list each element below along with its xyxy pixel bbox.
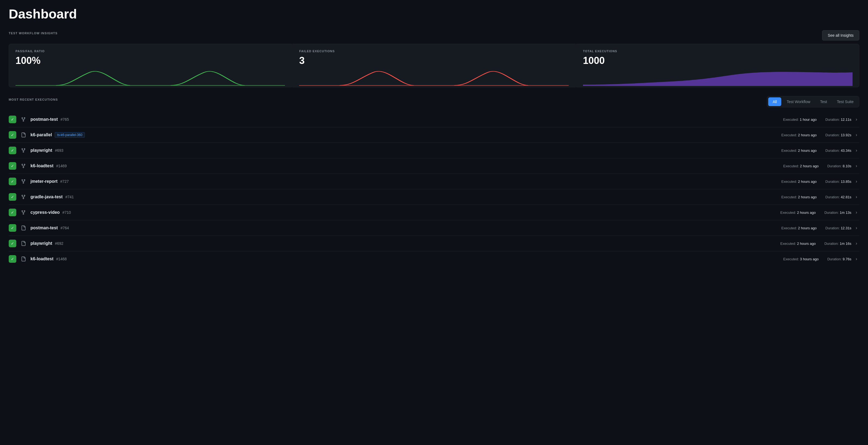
execution-number: #710 <box>63 210 71 215</box>
type-icon-workflow <box>20 209 27 216</box>
execution-row[interactable]: ✓ k6-loadtest#1469Executed: 2 hours agoD… <box>9 158 859 174</box>
type-icon-workflow <box>20 193 27 201</box>
insights-section-label: TEST WORKFLOW INSIGHTS <box>9 32 58 35</box>
status-icon-success: ✓ <box>9 116 16 123</box>
executed-time: Executed: 2 hours ago <box>781 133 816 137</box>
duration-value: Duration: 1m 13s <box>825 210 851 215</box>
expand-row-button[interactable]: › <box>854 241 859 246</box>
executed-time: Executed: 2 hours ago <box>781 195 816 199</box>
filter-tab-test-suite[interactable]: Test Suite <box>833 97 858 106</box>
execution-meta: Executed: 2 hours agoDuration: 12.31s <box>781 226 851 230</box>
insight-chart-pass-fail <box>16 70 285 86</box>
duration-value: Duration: 8.10s <box>827 164 851 168</box>
expand-row-button[interactable]: › <box>854 195 859 199</box>
execution-row[interactable]: ✓ gradle-java-test#741Executed: 2 hours … <box>9 189 859 205</box>
execution-row[interactable]: ✓ cypress-video#710Executed: 2 hours ago… <box>9 205 859 220</box>
filter-tabs: AllTest WorkflowTestTest Suite <box>767 96 859 108</box>
executed-time: Executed: 1 hour ago <box>783 118 817 122</box>
filter-tab-all[interactable]: All <box>768 97 781 106</box>
status-icon-success: ✓ <box>9 147 16 154</box>
execution-number: #693 <box>55 148 63 153</box>
type-icon-workflow <box>20 162 27 170</box>
insight-label-total-exec: TOTAL EXECUTIONS <box>583 50 852 53</box>
filter-tab-test-workflow[interactable]: Test Workflow <box>782 97 815 106</box>
duration-value: Duration: 13.85s <box>825 180 851 184</box>
status-icon-success: ✓ <box>9 240 16 247</box>
execution-meta: Executed: 2 hours agoDuration: 43.34s <box>781 149 851 153</box>
insight-label-failed-exec: FAILED EXECUTIONS <box>299 50 568 53</box>
executed-time: Executed: 2 hours ago <box>780 241 816 246</box>
type-icon-suite <box>20 255 27 263</box>
see-all-insights-button[interactable]: See all Insights <box>822 30 859 40</box>
execution-name: jmeter-report <box>30 179 58 184</box>
execution-meta: Executed: 2 hours agoDuration: 42.81s <box>781 195 851 199</box>
execution-name: k6-parallel <box>30 132 52 137</box>
expand-row-button[interactable]: › <box>854 210 859 215</box>
insight-chart-total-exec <box>583 70 852 86</box>
expand-row-button[interactable]: › <box>854 117 859 122</box>
execution-name: postman-test <box>30 226 58 230</box>
executions-section-label: MOST RECENT EXECUTIONS <box>9 98 58 101</box>
execution-row[interactable]: ✓ playwright#692Executed: 2 hours agoDur… <box>9 236 859 251</box>
execution-meta: Executed: 2 hours agoDuration: 1m 16s <box>780 241 851 246</box>
duration-value: Duration: 12.11s <box>825 118 851 122</box>
execution-name: k6-loadtest <box>30 164 53 168</box>
type-icon-suite <box>20 240 27 247</box>
duration-value: Duration: 9.76s <box>827 257 851 261</box>
execution-list: ✓ postman-test#765Executed: 1 hour agoDu… <box>9 112 859 267</box>
executed-time: Executed: 2 hours ago <box>781 180 816 184</box>
execution-number: #1469 <box>56 164 67 168</box>
execution-tag: ts-k6-parallel-360 <box>55 132 85 138</box>
type-icon-workflow <box>20 147 27 154</box>
status-icon-success: ✓ <box>9 209 16 216</box>
executed-time: Executed: 2 hours ago <box>783 164 818 168</box>
duration-value: Duration: 12.31s <box>825 226 851 230</box>
execution-meta: Executed: 3 hours agoDuration: 9.76s <box>783 257 851 261</box>
execution-name: gradle-java-test <box>30 195 63 199</box>
type-icon-workflow <box>20 178 27 185</box>
execution-name: cypress-video <box>30 210 60 215</box>
insight-label-pass-fail: PASS/FAIL RATIO <box>16 50 285 53</box>
expand-row-button[interactable]: › <box>854 226 859 230</box>
execution-name: postman-test <box>30 117 58 122</box>
execution-row[interactable]: ✓ k6-parallelts-k6-parallel-360Executed:… <box>9 127 859 143</box>
execution-meta: Executed: 2 hours agoDuration: 1m 13s <box>780 210 851 215</box>
execution-number: #741 <box>65 195 74 199</box>
execution-name: playwright <box>30 148 52 153</box>
executed-time: Executed: 2 hours ago <box>781 149 816 153</box>
expand-row-button[interactable]: › <box>854 148 859 153</box>
execution-row[interactable]: ✓ k6-loadtest#1468Executed: 3 hours agoD… <box>9 251 859 267</box>
execution-number: #765 <box>60 117 69 122</box>
executed-time: Executed: 2 hours ago <box>780 210 816 215</box>
status-icon-success: ✓ <box>9 255 16 263</box>
execution-row[interactable]: ✓ postman-test#764Executed: 2 hours agoD… <box>9 220 859 236</box>
execution-name: playwright <box>30 241 52 246</box>
insight-card-failed-exec: FAILED EXECUTIONS3 <box>292 44 576 87</box>
executed-time: Executed: 2 hours ago <box>781 226 816 230</box>
execution-name: k6-loadtest <box>30 257 53 261</box>
execution-row[interactable]: ✓ postman-test#765Executed: 1 hour agoDu… <box>9 112 859 127</box>
page-title: Dashboard <box>9 6 859 22</box>
duration-value: Duration: 1m 16s <box>825 241 851 246</box>
expand-row-button[interactable]: › <box>854 257 859 261</box>
execution-number: #764 <box>60 226 69 230</box>
expand-row-button[interactable]: › <box>854 179 859 184</box>
insight-value-failed-exec: 3 <box>299 55 568 66</box>
execution-meta: Executed: 2 hours agoDuration: 13.92s <box>781 133 851 137</box>
expand-row-button[interactable]: › <box>854 164 859 168</box>
duration-value: Duration: 43.34s <box>825 149 851 153</box>
insight-card-pass-fail: PASS/FAIL RATIO100% <box>9 44 292 87</box>
insight-chart-failed-exec <box>299 70 568 86</box>
type-icon-workflow <box>20 116 27 123</box>
type-icon-suite <box>20 131 27 139</box>
execution-number: #727 <box>60 179 69 184</box>
status-icon-success: ✓ <box>9 193 16 201</box>
execution-row[interactable]: ✓ playwright#693Executed: 2 hours agoDur… <box>9 143 859 158</box>
execution-meta: Executed: 2 hours agoDuration: 13.85s <box>781 180 851 184</box>
filter-tab-test[interactable]: Test <box>816 97 832 106</box>
executed-time: Executed: 3 hours ago <box>783 257 818 261</box>
status-icon-success: ✓ <box>9 162 16 170</box>
expand-row-button[interactable]: › <box>854 132 859 137</box>
execution-row[interactable]: ✓ jmeter-report#727Executed: 2 hours ago… <box>9 174 859 189</box>
duration-value: Duration: 42.81s <box>825 195 851 199</box>
